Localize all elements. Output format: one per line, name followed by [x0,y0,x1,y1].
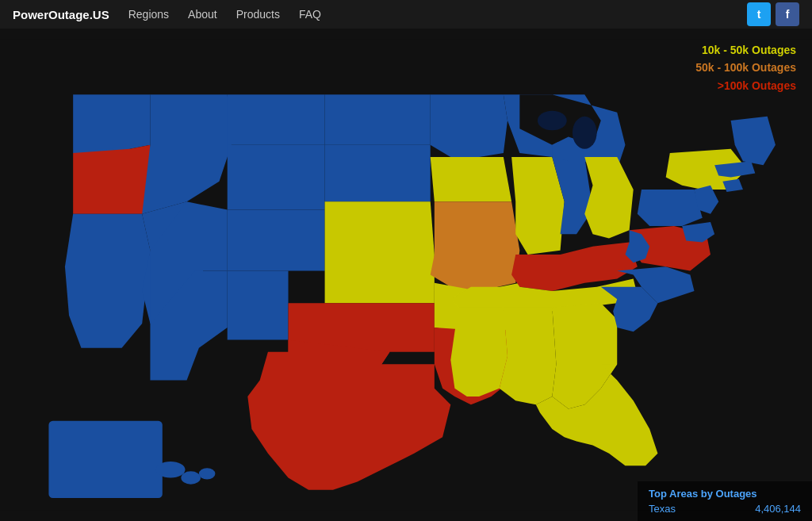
state-co[interactable] [228,210,325,271]
svg-point-1 [538,111,567,131]
state-nd[interactable] [325,94,431,144]
top-area-row-texas: Texas 4,406,144 [649,503,801,515]
state-ia[interactable] [431,157,511,201]
state-al[interactable] [500,307,557,404]
nav-link-products[interactable]: Products [236,8,280,21]
nav-link-regions[interactable]: Regions [128,8,169,21]
state-ak[interactable] [48,421,162,498]
legend: 10k - 50k Outages 50k - 100k Outages >10… [695,41,796,94]
top-area-state: Texas [649,503,676,515]
state-mn[interactable] [431,94,508,157]
state-sd[interactable] [325,145,431,202]
state-hi-2[interactable] [181,471,201,484]
state-nm[interactable] [228,270,289,339]
svg-point-2 [573,117,597,149]
state-hi-3[interactable] [199,468,215,479]
twitter-button[interactable]: t [747,2,771,26]
social-links: t f [747,2,799,26]
state-ms[interactable] [450,307,508,396]
nav-link-about[interactable]: About [188,8,217,21]
state-hi-1[interactable] [156,462,186,477]
state-or[interactable] [73,145,154,214]
bottom-panel: Top Areas by Outages Texas 4,406,144 [638,481,812,521]
state-ca[interactable] [65,214,151,348]
state-ne[interactable] [325,201,435,255]
top-areas-title: Top Areas by Outages [649,488,801,500]
facebook-button[interactable]: f [776,2,799,26]
nav-link-faq[interactable]: FAQ [299,8,321,21]
navbar: PowerOutage.US Regions About Products FA… [0,0,812,29]
state-mo[interactable] [431,201,520,291]
state-pa[interactable] [638,190,703,226]
legend-item-red: >100k Outages [695,77,796,94]
legend-item-yellow: 10k - 50k Outages [695,41,796,59]
top-area-count: 4,406,144 [755,503,801,515]
us-map [0,29,812,521]
state-wy[interactable] [228,145,325,210]
state-ks[interactable] [325,255,435,303]
map-container: 10k - 50k Outages 50k - 100k Outages >10… [0,29,812,521]
legend-item-orange: 50k - 100k Outages [695,59,796,76]
nav-logo[interactable]: PowerOutage.US [13,8,109,21]
